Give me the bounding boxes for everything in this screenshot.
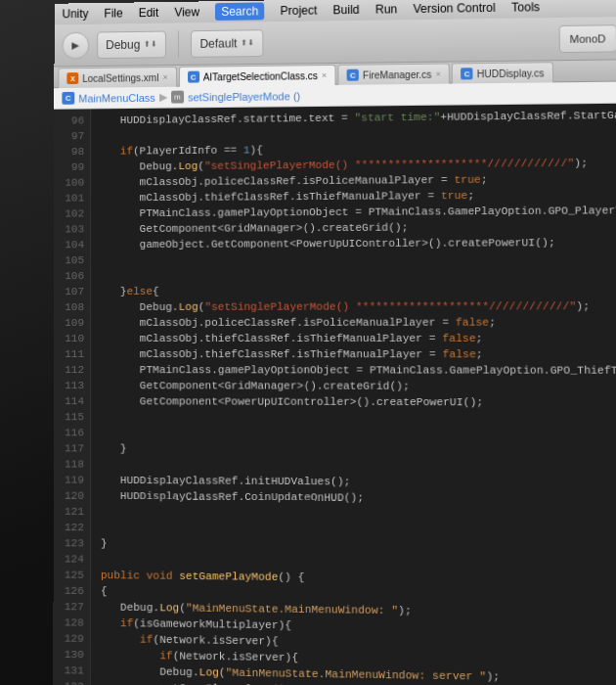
code-editor[interactable]: 96 97 98 99 100 101 102 103 104 105 106 … xyxy=(53,104,616,685)
scheme-selector[interactable]: Debug ⬆⬇ xyxy=(97,30,166,59)
tab-fire-manager-label: FireManager.cs xyxy=(363,68,431,80)
screen-area: Unity File Edit View Search Project Buil… xyxy=(53,0,616,685)
tab-close-ai[interactable]: × xyxy=(322,70,327,80)
code-line-104: gameObject.GetComponent<PowerUpUIControl… xyxy=(101,235,616,252)
code-line-108: Debug.Log("setSinglePlayerMode() *******… xyxy=(101,298,616,315)
code-line-113: GetComponent<GridManager>().createGrid()… xyxy=(101,378,616,394)
tab-fire-manager[interactable]: C FireManager.cs × xyxy=(337,64,450,85)
scheme-label: Debug xyxy=(106,37,140,51)
tab-close-local[interactable]: × xyxy=(162,72,167,82)
code-line-106-blank xyxy=(101,266,616,284)
breadcrumb-class-icon: C xyxy=(62,92,74,105)
code-line-115-blank xyxy=(101,409,616,427)
default-selector[interactable]: Default ⬆⬇ xyxy=(191,29,264,58)
menu-project[interactable]: Project xyxy=(281,4,318,18)
breadcrumb-separator: ▶ xyxy=(159,91,167,104)
cs-icon-hud: C xyxy=(461,68,472,79)
menu-unity[interactable]: Unity xyxy=(63,7,89,21)
menu-build[interactable]: Build xyxy=(332,3,359,17)
toolbar-spacer xyxy=(272,39,550,43)
cs-icon-fire: C xyxy=(347,69,359,81)
code-line-110: mClassObj.thiefClassRef.isThiefManualPla… xyxy=(101,331,616,346)
code-line-105 xyxy=(101,251,616,268)
cs-icon-ai: C xyxy=(188,71,199,83)
tab-ai-target-label: AITargetSelectionClass.cs xyxy=(203,70,318,82)
breadcrumb-class[interactable]: MainMenuClass xyxy=(78,91,155,104)
menu-version-control[interactable]: Version Control xyxy=(414,1,496,16)
breadcrumb-method-icon: m xyxy=(171,91,184,104)
menu-edit[interactable]: Edit xyxy=(139,6,159,20)
breadcrumb-method[interactable]: setSinglePlayerMode () xyxy=(188,90,300,103)
mono-label: MonoD xyxy=(570,32,606,45)
tab-hud-display[interactable]: C HUDDisplay.cs xyxy=(452,62,553,83)
monitor-frame: Unity File Edit View Search Project Buil… xyxy=(0,0,616,685)
line-numbers: 96 97 98 99 100 101 102 103 104 105 106 … xyxy=(53,109,91,685)
chevron-down-icon: ⬆⬇ xyxy=(144,40,157,49)
tab-local-settings[interactable]: X LocalSettings.xml × xyxy=(58,67,176,88)
code-lines: HUDDisplayClassRef.starttime.text = "sta… xyxy=(91,104,616,685)
play-button[interactable]: ▶ xyxy=(62,31,89,59)
code-line-102: PTMainClass.gamePlayOptionObject = PTMai… xyxy=(101,203,616,221)
mono-button[interactable]: MonoD xyxy=(558,24,616,53)
chevron-down-icon-2: ⬆⬇ xyxy=(242,38,255,47)
tab-local-settings-label: LocalSettings.xml xyxy=(82,72,158,84)
default-label: Default xyxy=(199,36,237,50)
code-line-114: GetComponent<PowerUpUIController>().crea… xyxy=(101,393,616,411)
toolbar-separator xyxy=(178,30,179,58)
tab-ai-target[interactable]: C AITargetSelectionClass.cs × xyxy=(179,65,336,87)
menu-search[interactable]: Search xyxy=(215,2,264,21)
toolbar: ▶ Debug ⬆⬇ Default ⬆⬇ MonoD xyxy=(55,17,616,67)
code-line-111: mClassObj.thiefClassRef.isThiefManualPla… xyxy=(101,346,616,363)
menu-file[interactable]: File xyxy=(104,7,122,21)
menu-run[interactable]: Run xyxy=(375,2,398,16)
menu-view[interactable]: View xyxy=(174,5,199,19)
xml-icon: X xyxy=(66,72,78,84)
menu-tools[interactable]: Tools xyxy=(511,0,540,14)
tab-hud-display-label: HUDDisplay.cs xyxy=(477,68,545,79)
code-line-112: PTMainClass.gamePlayOptionObject = PTMai… xyxy=(101,362,616,379)
code-line-107: }else{ xyxy=(101,283,616,299)
code-line-109: mClassObj.policeClassRef.isPoliceManualP… xyxy=(101,314,616,331)
tab-close-fire[interactable]: × xyxy=(435,69,440,79)
